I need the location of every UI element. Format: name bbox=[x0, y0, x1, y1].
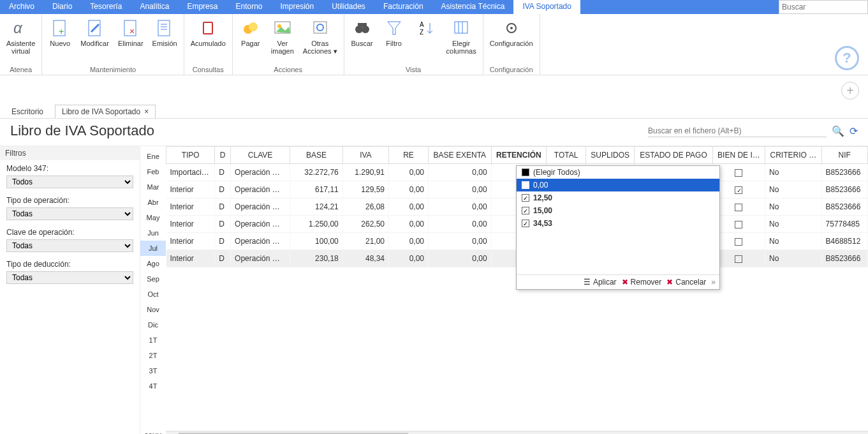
svg-text:A: A bbox=[420, 21, 424, 28]
filters-title: Filtros bbox=[0, 146, 140, 160]
column-header-10[interactable]: ESTADO DE PAGO bbox=[635, 147, 713, 164]
window-tab-0[interactable]: Escritorio bbox=[5, 105, 50, 118]
month-feb[interactable]: Feb bbox=[140, 164, 166, 179]
column-header-5[interactable]: RE bbox=[389, 147, 429, 164]
ribbon-btn-filtro[interactable]: Filtro bbox=[380, 17, 408, 49]
menu-tab-entorno[interactable]: Entorno bbox=[226, 0, 271, 14]
ribbon-btn-pagar[interactable]: Pagar bbox=[237, 17, 265, 49]
checkbox-icon[interactable] bbox=[522, 220, 529, 227]
column-header-3[interactable]: BASE bbox=[290, 147, 343, 164]
column-header-8[interactable]: TOTAL bbox=[547, 147, 586, 164]
month-ene[interactable]: Ene bbox=[140, 149, 166, 164]
checkbox-icon[interactable] bbox=[735, 186, 742, 194]
top-search[interactable] bbox=[779, 0, 868, 14]
column-header-11[interactable]: BIEN DE I… bbox=[712, 147, 765, 164]
checkbox-icon[interactable] bbox=[522, 181, 529, 189]
window-tab-1[interactable]: Libro de IVA Soportado × bbox=[55, 105, 156, 118]
menu-tab-diario[interactable]: Diario bbox=[43, 0, 81, 14]
filter-apply-button[interactable]: ☰ Aplicar bbox=[584, 278, 617, 287]
filter-select[interactable]: Todos bbox=[6, 176, 133, 188]
ribbon-group-configuración: ConfiguraciónConfiguración bbox=[483, 14, 540, 75]
menu-tab-asistenciatcnica[interactable]: Asistencia Técnica bbox=[432, 0, 514, 14]
menu-tab-impresin[interactable]: Impresión bbox=[271, 0, 323, 14]
menu-tab-analtica[interactable]: Analítica bbox=[131, 0, 178, 14]
search-icon[interactable]: 🔍 bbox=[832, 125, 844, 137]
filter-option[interactable]: 34,53 bbox=[517, 217, 719, 230]
help-icon[interactable]: ? bbox=[835, 46, 859, 70]
ribbon-group-atenea: αAsistentevirtualAtenea bbox=[0, 14, 42, 75]
menu-tab-facturacin[interactable]: Facturación bbox=[374, 0, 432, 14]
cell bbox=[712, 216, 765, 233]
add-tab-button[interactable]: + bbox=[841, 82, 859, 100]
filter-select[interactable]: Todas bbox=[6, 239, 133, 252]
month-mar[interactable]: Mar bbox=[140, 179, 166, 195]
checkbox-icon[interactable] bbox=[735, 255, 742, 263]
ribbon-btn-eliminar[interactable]: ×Eliminar bbox=[115, 17, 146, 49]
column-header-7[interactable]: RETENCIÓN bbox=[491, 147, 546, 164]
menu-tab-archivo[interactable]: Archivo bbox=[0, 0, 43, 14]
column-header-4[interactable]: IVA bbox=[342, 147, 388, 164]
filter-option[interactable]: 15,00 bbox=[517, 204, 719, 217]
filter-option[interactable]: 12,50 bbox=[517, 191, 719, 204]
ribbon-btn-nuevo[interactable]: +Nuevo bbox=[46, 17, 74, 49]
filter-select-all[interactable]: (Elegir Todos) bbox=[517, 166, 719, 179]
ribbon-btn-asistente[interactable]: αAsistentevirtual bbox=[4, 17, 38, 56]
column-header-13[interactable]: NIF bbox=[821, 147, 867, 164]
menu-tab-tesorera[interactable]: Tesorería bbox=[81, 0, 131, 14]
month-3t[interactable]: 3T bbox=[140, 363, 166, 378]
checkbox-icon[interactable] bbox=[735, 238, 742, 246]
checkbox-icon[interactable] bbox=[735, 204, 742, 211]
checkbox-icon[interactable] bbox=[522, 207, 529, 214]
ribbon-btn-elegir[interactable]: Elegircolumnas bbox=[444, 17, 479, 56]
column-header-6[interactable]: BASE EXENTA bbox=[429, 147, 492, 164]
scroll-right-icon[interactable]: › bbox=[858, 431, 868, 434]
ribbon-btn-emisin[interactable]: Emisión bbox=[150, 17, 180, 49]
ribbon-btn-ver[interactable]: Verimagen bbox=[268, 17, 297, 56]
filter-option[interactable]: 0,00 bbox=[517, 179, 719, 191]
ribbon-btn-otras[interactable]: OtrasAcciones ▾ bbox=[300, 17, 340, 56]
month-dic[interactable]: Dic bbox=[140, 317, 166, 333]
ribbon-btn-buscar[interactable]: Buscar bbox=[348, 17, 376, 49]
filter-select[interactable]: Todas bbox=[6, 271, 133, 284]
month-4t[interactable]: 4T bbox=[140, 378, 166, 394]
month-ago[interactable]: Ago bbox=[140, 256, 166, 271]
ribbon-btn-configuracin[interactable]: Configuración bbox=[487, 17, 536, 49]
column-header-2[interactable]: CLAVE bbox=[231, 147, 290, 164]
month-1t[interactable]: 1T bbox=[140, 333, 166, 348]
month-abr[interactable]: Abr bbox=[140, 195, 166, 210]
menu-tab-utilidades[interactable]: Utilidades bbox=[323, 0, 374, 14]
column-header-0[interactable]: TIPO bbox=[166, 147, 215, 164]
close-icon[interactable]: × bbox=[144, 107, 149, 116]
menu-tab-empresa[interactable]: Empresa bbox=[178, 0, 226, 14]
cell: Operación … bbox=[231, 216, 290, 233]
refresh-icon[interactable]: ⟳ bbox=[850, 125, 858, 137]
month-2t[interactable]: 2T bbox=[140, 348, 166, 363]
ribbon-btn-sort[interactable]: AZ bbox=[412, 17, 440, 41]
expand-icon[interactable]: » bbox=[711, 278, 716, 287]
checkbox-icon[interactable] bbox=[735, 221, 742, 228]
month-nov[interactable]: Nov bbox=[140, 302, 166, 317]
filter-cancel-button[interactable]: ✖ Cancelar bbox=[666, 278, 706, 287]
cell: Importaci… bbox=[166, 164, 215, 181]
month-may[interactable]: May bbox=[140, 210, 166, 225]
checkbox-icon[interactable] bbox=[735, 169, 742, 177]
menu-tab-ivasoportado[interactable]: IVA Soportado bbox=[513, 0, 580, 14]
filter-remove-button[interactable]: ✖ Remover bbox=[622, 278, 662, 287]
month-oct[interactable]: Oct bbox=[140, 287, 166, 302]
month-jun[interactable]: Jun bbox=[140, 225, 166, 241]
horizontal-scrollbar[interactable]: ‹ › bbox=[166, 431, 868, 434]
scroll-left-icon[interactable]: ‹ bbox=[166, 431, 176, 434]
filter-select[interactable]: Todas bbox=[6, 207, 133, 220]
checkbox-icon[interactable] bbox=[522, 194, 529, 202]
column-header-12[interactable]: CRITERIO … bbox=[765, 147, 822, 164]
ribbon-btn-acumulado[interactable]: Acumulado bbox=[188, 17, 228, 49]
ribbon-btn-modificar[interactable]: Modificar bbox=[78, 17, 112, 49]
month-sep[interactable]: Sep bbox=[140, 271, 166, 287]
column-header-1[interactable]: D bbox=[215, 147, 231, 164]
ribbon-btn-label: Verimagen bbox=[271, 40, 294, 55]
column-header-9[interactable]: SUPLIDOS bbox=[586, 147, 635, 164]
top-search-input[interactable] bbox=[779, 1, 867, 13]
month-jul[interactable]: Jul bbox=[140, 241, 166, 256]
cell: 1.250,00 bbox=[290, 216, 343, 233]
file-search-input[interactable] bbox=[648, 125, 827, 137]
